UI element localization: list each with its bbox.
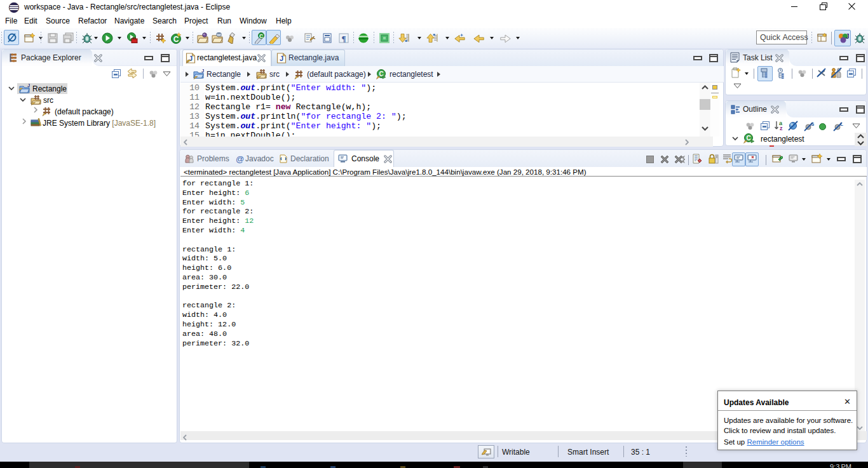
svg-text:C: C	[259, 33, 263, 39]
svg-text:J: J	[201, 69, 204, 74]
svg-text:¶: ¶	[341, 34, 346, 43]
svg-text:J: J	[280, 55, 283, 62]
svg-text:z: z	[780, 125, 783, 131]
svg-text:S: S	[811, 121, 815, 127]
svg-text:L: L	[840, 121, 843, 127]
svg-text:J: J	[846, 33, 849, 40]
svg-text:J: J	[27, 83, 30, 88]
svg-text:C: C	[173, 35, 179, 44]
